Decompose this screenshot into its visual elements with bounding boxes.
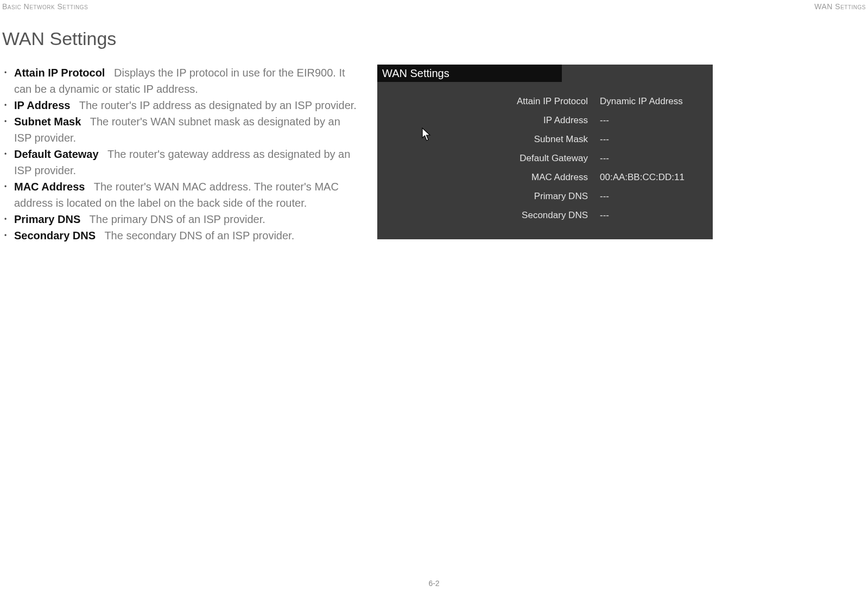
definition-list: Attain IP Protocol Displays the IP proto… xyxy=(2,65,358,244)
row-label: Default Gateway xyxy=(377,153,588,164)
list-item: Secondary DNS The secondary DNS of an IS… xyxy=(14,227,358,244)
term: Default Gateway xyxy=(14,148,99,160)
header-right: WAN Settings xyxy=(814,2,866,11)
cursor-icon xyxy=(422,128,432,142)
wan-settings-panel: WAN Settings Attain IP Protocol Dynamic … xyxy=(377,65,713,239)
page-number: 6-2 xyxy=(0,579,868,588)
row-label: IP Address xyxy=(377,115,588,126)
page-title: WAN Settings xyxy=(2,28,868,49)
row-value: --- xyxy=(588,115,609,126)
row-value: 00:AA:BB:CC:DD:11 xyxy=(588,172,685,183)
term-space xyxy=(99,230,105,241)
table-row: Default Gateway --- xyxy=(377,153,702,164)
row-label: MAC Address xyxy=(377,172,588,183)
list-item: Subnet Mask The router's WAN subnet mask… xyxy=(14,113,358,146)
row-label: Secondary DNS xyxy=(377,210,588,221)
panel-title: WAN Settings xyxy=(377,65,562,82)
list-item: MAC Address The router's WAN MAC address… xyxy=(14,179,358,211)
row-value: --- xyxy=(588,210,609,221)
term-space xyxy=(88,181,94,193)
table-row: Secondary DNS --- xyxy=(377,210,702,221)
term-space xyxy=(73,99,79,111)
screenshot-column: WAN Settings Attain IP Protocol Dynamic … xyxy=(377,65,713,244)
term: Secondary DNS xyxy=(14,230,96,241)
term: MAC Address xyxy=(14,181,85,193)
term-space xyxy=(102,148,107,160)
term: Attain IP Protocol xyxy=(14,67,105,79)
term-space xyxy=(84,116,90,128)
term-space xyxy=(84,213,90,225)
list-item: Attain IP Protocol Displays the IP proto… xyxy=(14,65,358,97)
list-item: IP Address The router's IP address as de… xyxy=(14,97,358,113)
page-header: Basic Network Settings WAN Settings xyxy=(0,0,868,11)
row-label: Subnet Mask xyxy=(377,134,588,145)
description: The secondary DNS of an ISP provider. xyxy=(104,230,294,241)
description: The router's IP address as designated by… xyxy=(79,99,357,111)
term: Subnet Mask xyxy=(14,116,81,128)
row-value: --- xyxy=(588,134,609,145)
description: The primary DNS of an ISP provider. xyxy=(90,213,265,225)
row-value: Dynamic IP Address xyxy=(588,96,683,107)
term: Primary DNS xyxy=(14,213,80,225)
description-column: Attain IP Protocol Displays the IP proto… xyxy=(2,65,358,244)
header-left: Basic Network Settings xyxy=(2,2,88,11)
list-item: Primary DNS The primary DNS of an ISP pr… xyxy=(14,211,358,227)
table-row: IP Address --- xyxy=(377,115,702,126)
row-label: Attain IP Protocol xyxy=(377,96,588,107)
list-item: Default Gateway The router's gateway add… xyxy=(14,146,358,179)
term: IP Address xyxy=(14,99,70,111)
table-row: MAC Address 00:AA:BB:CC:DD:11 xyxy=(377,172,702,183)
panel-body: Attain IP Protocol Dynamic IP Address IP… xyxy=(377,82,713,221)
table-row: Primary DNS --- xyxy=(377,191,702,202)
term-space xyxy=(108,67,114,79)
content-row: Attain IP Protocol Displays the IP proto… xyxy=(0,65,868,244)
row-value: --- xyxy=(588,153,609,164)
row-label: Primary DNS xyxy=(377,191,588,202)
row-value: --- xyxy=(588,191,609,202)
table-row: Attain IP Protocol Dynamic IP Address xyxy=(377,96,702,107)
